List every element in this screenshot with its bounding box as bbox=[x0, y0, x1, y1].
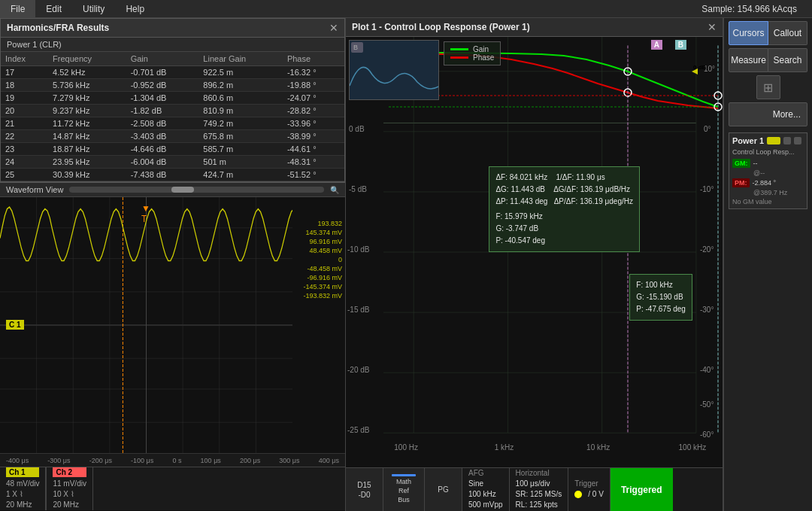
plot-title: Plot 1 - Control Loop Response (Power 1) bbox=[352, 22, 530, 32]
y-label-1: 193.832 bbox=[303, 220, 342, 227]
svg-text:-20°: -20° bbox=[700, 245, 714, 254]
pm-sub: @389.7 Hz bbox=[753, 189, 804, 196]
svg-text:1 kHz: 1 kHz bbox=[495, 443, 514, 452]
ch-info-bar: Ch 1 48 mV/div 1 X ⌇ 20 MHz Ch 2 11 mV/d… bbox=[0, 467, 345, 510]
afg-values: Sine 100 kHz 500 mVpp bbox=[468, 479, 503, 510]
legend-gain-row: Gain bbox=[450, 45, 494, 53]
gm-value: -- bbox=[753, 160, 758, 167]
power1-label: Power 1 bbox=[732, 136, 764, 145]
ch1-waveform-label: C 1 bbox=[6, 320, 24, 330]
harmonics-close-button[interactable]: ✕ bbox=[329, 22, 338, 34]
harmonics-panel: Harmonics/FRA Results ✕ Power 1 (CLR) In… bbox=[0, 18, 345, 182]
svg-text:-50°: -50° bbox=[700, 400, 714, 409]
waveform-scrollbar-thumb[interactable] bbox=[171, 187, 194, 193]
waveform-scrollbar[interactable] bbox=[69, 187, 324, 193]
pm-value: -2.884 ° bbox=[753, 179, 777, 187]
grid-icon-button[interactable]: ⊞ bbox=[756, 75, 780, 99]
afg-box: AFG Sine 100 kHz 500 mVpp bbox=[462, 468, 510, 511]
no-gm-label: No GM value bbox=[732, 198, 804, 205]
plot-svg: 0 dB -5 dB -10 dB -15 dB -20 dB -25 dB 1… bbox=[346, 37, 723, 467]
cursor-tooltip: ΔF: 84.021 kHz 1/ΔF: 11.90 μs ΔG: 11.443… bbox=[489, 166, 640, 252]
table-row: 2423.95 kHz-6.004 dB501 m-48.31 ° bbox=[1, 156, 344, 169]
svg-text:-30°: -30° bbox=[700, 306, 714, 314]
cursor-tooltip-2: F: 100 kHz G: -15.190 dB P: -47.675 deg bbox=[629, 274, 692, 321]
gm-sub: @-- bbox=[753, 169, 804, 177]
measure-button[interactable]: Measure bbox=[729, 48, 768, 72]
pg-button[interactable]: PG bbox=[425, 468, 462, 511]
legend-phase-row: Phase bbox=[450, 53, 494, 62]
svg-text:-10°: -10° bbox=[700, 185, 714, 193]
table-row: 209.237 kHz-1.82 dB810.9 m-28.82 ° bbox=[1, 105, 344, 117]
plot-legend: Gain Phase bbox=[444, 41, 501, 65]
cursors-button[interactable]: Cursors bbox=[729, 21, 768, 45]
y-label-4: 48.458 mV bbox=[303, 247, 342, 254]
search-button[interactable]: Search bbox=[768, 48, 807, 72]
y-label-5: 0 bbox=[303, 256, 342, 263]
gm-badge: GM: bbox=[732, 159, 750, 168]
phase-color bbox=[450, 56, 468, 59]
table-row: 2530.39 kHz-7.438 dB424.7 m-51.52 ° bbox=[1, 169, 344, 181]
math-ref-bus-label: MathRefBus bbox=[396, 478, 411, 504]
x-label-1: -400 μs bbox=[6, 457, 29, 464]
menu-utility[interactable]: Utility bbox=[72, 0, 115, 17]
bottom-bar: D15 -D0 MathRefBus PG AFG Sine 100 kHz 5… bbox=[346, 467, 723, 511]
svg-text:B: B bbox=[353, 44, 358, 51]
cursor-a-marker: A bbox=[651, 40, 662, 50]
waveform-x-scale: -400 μs -300 μs -200 μs -100 μs 0 s 100 … bbox=[0, 453, 345, 467]
triggered-button[interactable]: Triggered bbox=[611, 468, 673, 511]
ch2-info: Ch 2 11 mV/div 10 X ⌇ 20 MHz bbox=[46, 467, 92, 510]
menu-bar: File Edit Utility Help Sample: 154.966 k… bbox=[0, 0, 812, 18]
tooltip-f1: F: 15.979 kHz G: -3.747 dB P: -40.547 de… bbox=[495, 211, 633, 247]
y-label-7: -96.916 mV bbox=[303, 274, 342, 281]
menu-edit[interactable]: Edit bbox=[35, 0, 72, 17]
svg-text:-20 dB: -20 dB bbox=[347, 366, 370, 374]
waveform-canvas: 193.832 145.374 mV 96.916 mV 48.458 mV 0… bbox=[0, 197, 345, 453]
ch1-detail: 48 mV/div 1 X ⌇ 20 MHz bbox=[6, 479, 39, 510]
svg-text:-60°: -60° bbox=[700, 430, 714, 439]
harmonics-subtitle: Power 1 (CLR) bbox=[1, 38, 344, 52]
svg-text:-25 dB: -25 dB bbox=[347, 426, 370, 434]
col-phase: Phase bbox=[283, 52, 344, 66]
tooltip-dp: ΔP: 11.443 deg ΔP/ΔF: 136.19 μdeg/Hz bbox=[495, 196, 633, 208]
trig-value: / 0 V bbox=[574, 489, 604, 500]
table-row: 174.52 kHz-0.701 dB922.5 m-16.32 ° bbox=[1, 66, 344, 79]
more-button[interactable]: More... bbox=[729, 102, 807, 126]
d15-d0-button[interactable]: D15 -D0 bbox=[346, 468, 383, 511]
col-gain: Gain bbox=[126, 52, 199, 66]
x-label-8: 300 μs bbox=[279, 457, 299, 464]
svg-text:-5 dB: -5 dB bbox=[349, 185, 367, 193]
pm-row: PM: -2.884 ° bbox=[732, 178, 804, 187]
callout-button[interactable]: Callout bbox=[768, 21, 807, 45]
sample-info: Sample: 154.966 kAcqs bbox=[701, 4, 797, 14]
plot-content: A B B Gain bbox=[346, 37, 723, 467]
y-label-8: -145.374 mV bbox=[303, 283, 342, 290]
ch2-label: Ch 2 bbox=[53, 467, 86, 477]
tooltip2-f2: F: 100 kHz bbox=[636, 279, 686, 291]
col-freq: Frequency bbox=[48, 52, 126, 66]
waveform-zoom[interactable]: 🔍 bbox=[330, 186, 339, 194]
menu-help[interactable]: Help bbox=[115, 0, 155, 17]
svg-text:0 dB: 0 dB bbox=[349, 125, 365, 133]
menu-file[interactable]: File bbox=[0, 0, 35, 17]
horizontal-box: Horizontal 100 μs/div SR: 125 MS/s RL: 1… bbox=[510, 468, 569, 511]
plot-close-button[interactable]: ✕ bbox=[707, 21, 717, 33]
power1-section: Power 1 Control Loop Resp... GM: -- @-- … bbox=[729, 132, 807, 209]
math-line bbox=[392, 474, 416, 476]
phase-legend-label: Phase bbox=[473, 53, 494, 62]
tooltip2-g2: G: -15.190 dB bbox=[636, 291, 686, 303]
afg-title: AFG bbox=[468, 469, 503, 477]
ch1-info: Ch 1 48 mV/div 1 X ⌇ 20 MHz bbox=[0, 467, 46, 510]
cursor-b-marker: B bbox=[675, 40, 686, 50]
svg-text:0°: 0° bbox=[704, 125, 711, 133]
horiz-values: 100 μs/div SR: 125 MS/s RL: 125 kpts bbox=[516, 479, 562, 510]
main-layout: Harmonics/FRA Results ✕ Power 1 (CLR) In… bbox=[0, 18, 812, 511]
col-linear-gain: Linear Gain bbox=[198, 52, 283, 66]
ch2-detail: 11 mV/div 10 X ⌇ 20 MHz bbox=[53, 479, 86, 510]
table-row: 2214.87 kHz-3.403 dB675.8 m-38.99 ° bbox=[1, 130, 344, 143]
waveform-y-labels: 193.832 145.374 mV 96.916 mV 48.458 mV 0… bbox=[303, 220, 342, 300]
col-index: Index bbox=[1, 52, 48, 66]
horiz-title: Horizontal bbox=[516, 469, 562, 477]
table-row: 2318.87 kHz-4.646 dB585.7 m-44.61 ° bbox=[1, 143, 344, 156]
math-ref-bus-button[interactable]: MathRefBus bbox=[383, 468, 425, 511]
plot-header: Plot 1 - Control Loop Response (Power 1)… bbox=[346, 18, 723, 37]
